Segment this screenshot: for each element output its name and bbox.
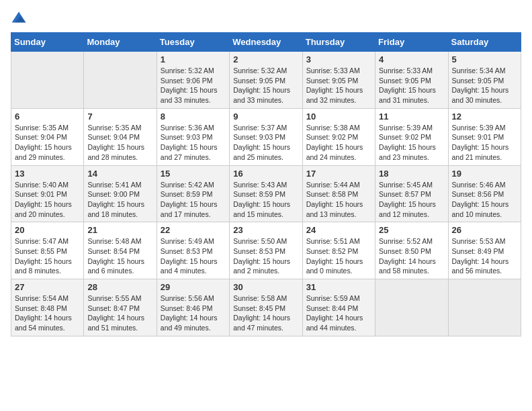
day-number: 16 [233, 169, 298, 179]
weekday-header: Tuesday [157, 33, 229, 52]
calendar-day-cell: 16Sunrise: 5:43 AMSunset: 8:59 PMDayligh… [230, 165, 302, 222]
calendar-day-cell: 4Sunrise: 5:33 AMSunset: 9:05 PMDaylight… [375, 52, 448, 109]
calendar-day-cell: 3Sunrise: 5:33 AMSunset: 9:05 PMDaylight… [302, 52, 375, 109]
day-number: 15 [161, 169, 226, 179]
day-info: Sunrise: 5:43 AMSunset: 8:59 PMDaylight:… [233, 180, 298, 220]
day-info: Sunrise: 5:44 AMSunset: 8:58 PMDaylight:… [306, 180, 371, 220]
weekday-header: Sunday [11, 33, 84, 52]
calendar-day-cell: 25Sunrise: 5:52 AMSunset: 8:50 PMDayligh… [375, 222, 448, 279]
calendar-day-cell: 19Sunrise: 5:46 AMSunset: 8:56 PMDayligh… [448, 165, 521, 222]
day-info: Sunrise: 5:34 AMSunset: 9:05 PMDaylight:… [452, 66, 517, 105]
calendar-day-cell: 11Sunrise: 5:39 AMSunset: 9:02 PMDayligh… [375, 108, 448, 165]
day-number: 7 [87, 111, 152, 122]
calendar-week-row: 13Sunrise: 5:40 AMSunset: 9:01 PMDayligh… [11, 165, 521, 222]
day-number: 9 [233, 111, 298, 122]
day-number: 25 [379, 225, 444, 235]
day-info: Sunrise: 5:39 AMSunset: 9:01 PMDaylight:… [452, 123, 517, 163]
logo [11, 11, 30, 27]
calendar-day-cell: 21Sunrise: 5:48 AMSunset: 8:54 PMDayligh… [84, 222, 157, 279]
day-info: Sunrise: 5:59 AMSunset: 8:44 PMDaylight:… [306, 293, 371, 333]
calendar-day-cell: 29Sunrise: 5:56 AMSunset: 8:46 PMDayligh… [157, 279, 229, 336]
day-info: Sunrise: 5:33 AMSunset: 9:05 PMDaylight:… [306, 66, 371, 105]
calendar-week-row: 27Sunrise: 5:54 AMSunset: 8:48 PMDayligh… [11, 279, 521, 336]
day-number: 11 [379, 111, 444, 122]
calendar-day-cell: 6Sunrise: 5:35 AMSunset: 9:04 PMDaylight… [11, 108, 84, 165]
calendar-day-cell: 22Sunrise: 5:49 AMSunset: 8:53 PMDayligh… [157, 222, 229, 279]
day-number: 14 [87, 169, 152, 179]
day-info: Sunrise: 5:41 AMSunset: 9:00 PMDaylight:… [87, 180, 152, 220]
day-info: Sunrise: 5:37 AMSunset: 9:03 PMDaylight:… [233, 123, 298, 163]
day-number: 31 [306, 282, 371, 292]
calendar-week-row: 6Sunrise: 5:35 AMSunset: 9:04 PMDaylight… [11, 108, 521, 165]
day-number: 8 [161, 111, 226, 122]
calendar-day-cell: 20Sunrise: 5:47 AMSunset: 8:55 PMDayligh… [11, 222, 84, 279]
weekday-header: Wednesday [230, 33, 302, 52]
day-number: 30 [233, 282, 298, 292]
calendar-day-cell [375, 279, 448, 336]
day-info: Sunrise: 5:58 AMSunset: 8:45 PMDaylight:… [233, 293, 298, 333]
day-number: 21 [87, 225, 152, 235]
day-info: Sunrise: 5:38 AMSunset: 9:02 PMDaylight:… [306, 123, 371, 163]
calendar-week-row: 1Sunrise: 5:32 AMSunset: 9:06 PMDaylight… [11, 52, 521, 109]
calendar-day-cell: 13Sunrise: 5:40 AMSunset: 9:01 PMDayligh… [11, 165, 84, 222]
day-number: 10 [306, 111, 371, 122]
day-number: 4 [379, 54, 444, 64]
day-info: Sunrise: 5:56 AMSunset: 8:46 PMDaylight:… [161, 293, 226, 333]
day-info: Sunrise: 5:39 AMSunset: 9:02 PMDaylight:… [379, 123, 444, 163]
calendar-day-cell: 30Sunrise: 5:58 AMSunset: 8:45 PMDayligh… [230, 279, 302, 336]
day-info: Sunrise: 5:35 AMSunset: 9:04 PMDaylight:… [15, 123, 80, 163]
day-info: Sunrise: 5:52 AMSunset: 8:50 PMDaylight:… [379, 236, 444, 276]
calendar-day-cell: 23Sunrise: 5:50 AMSunset: 8:53 PMDayligh… [230, 222, 302, 279]
day-info: Sunrise: 5:45 AMSunset: 8:57 PMDaylight:… [379, 180, 444, 220]
day-number: 23 [233, 225, 298, 235]
day-number: 5 [452, 54, 517, 64]
day-number: 18 [379, 169, 444, 179]
day-number: 12 [452, 111, 517, 122]
weekday-header: Saturday [448, 33, 521, 52]
day-info: Sunrise: 5:32 AMSunset: 9:05 PMDaylight:… [233, 66, 298, 105]
day-number: 20 [15, 225, 80, 235]
calendar: SundayMondayTuesdayWednesdayThursdayFrid… [11, 32, 521, 336]
calendar-week-row: 20Sunrise: 5:47 AMSunset: 8:55 PMDayligh… [11, 222, 521, 279]
day-info: Sunrise: 5:48 AMSunset: 8:54 PMDaylight:… [87, 236, 152, 276]
day-info: Sunrise: 5:49 AMSunset: 8:53 PMDaylight:… [161, 236, 226, 276]
day-number: 27 [15, 282, 80, 292]
day-info: Sunrise: 5:35 AMSunset: 9:04 PMDaylight:… [87, 123, 152, 163]
day-info: Sunrise: 5:54 AMSunset: 8:48 PMDaylight:… [15, 293, 80, 333]
day-info: Sunrise: 5:55 AMSunset: 8:47 PMDaylight:… [87, 293, 152, 333]
calendar-day-cell: 5Sunrise: 5:34 AMSunset: 9:05 PMDaylight… [448, 52, 521, 109]
day-number: 2 [233, 54, 298, 64]
calendar-day-cell [11, 52, 84, 109]
day-info: Sunrise: 5:33 AMSunset: 9:05 PMDaylight:… [379, 66, 444, 105]
calendar-day-cell: 31Sunrise: 5:59 AMSunset: 8:44 PMDayligh… [302, 279, 375, 336]
day-info: Sunrise: 5:46 AMSunset: 8:56 PMDaylight:… [452, 180, 517, 220]
day-info: Sunrise: 5:40 AMSunset: 9:01 PMDaylight:… [15, 180, 80, 220]
day-number: 22 [161, 225, 226, 235]
day-number: 26 [452, 225, 517, 235]
calendar-header-row: SundayMondayTuesdayWednesdayThursdayFrid… [11, 33, 521, 52]
day-info: Sunrise: 5:50 AMSunset: 8:53 PMDaylight:… [233, 236, 298, 276]
calendar-day-cell: 10Sunrise: 5:38 AMSunset: 9:02 PMDayligh… [302, 108, 375, 165]
calendar-day-cell: 24Sunrise: 5:51 AMSunset: 8:52 PMDayligh… [302, 222, 375, 279]
day-number: 3 [306, 54, 371, 64]
calendar-day-cell: 9Sunrise: 5:37 AMSunset: 9:03 PMDaylight… [230, 108, 302, 165]
header [11, 11, 521, 27]
weekday-header: Friday [375, 33, 448, 52]
day-info: Sunrise: 5:53 AMSunset: 8:49 PMDaylight:… [452, 236, 517, 276]
day-number: 13 [15, 169, 80, 179]
calendar-day-cell: 14Sunrise: 5:41 AMSunset: 9:00 PMDayligh… [84, 165, 157, 222]
weekday-header: Thursday [302, 33, 375, 52]
day-info: Sunrise: 5:36 AMSunset: 9:03 PMDaylight:… [161, 123, 226, 163]
calendar-day-cell: 27Sunrise: 5:54 AMSunset: 8:48 PMDayligh… [11, 279, 84, 336]
day-number: 24 [306, 225, 371, 235]
logo-icon [11, 11, 27, 27]
calendar-day-cell: 15Sunrise: 5:42 AMSunset: 8:59 PMDayligh… [157, 165, 229, 222]
calendar-day-cell: 2Sunrise: 5:32 AMSunset: 9:05 PMDaylight… [230, 52, 302, 109]
day-number: 1 [161, 54, 226, 64]
calendar-day-cell: 7Sunrise: 5:35 AMSunset: 9:04 PMDaylight… [84, 108, 157, 165]
calendar-day-cell: 12Sunrise: 5:39 AMSunset: 9:01 PMDayligh… [448, 108, 521, 165]
calendar-day-cell: 17Sunrise: 5:44 AMSunset: 8:58 PMDayligh… [302, 165, 375, 222]
day-number: 6 [15, 111, 80, 122]
day-number: 29 [161, 282, 226, 292]
calendar-day-cell: 18Sunrise: 5:45 AMSunset: 8:57 PMDayligh… [375, 165, 448, 222]
